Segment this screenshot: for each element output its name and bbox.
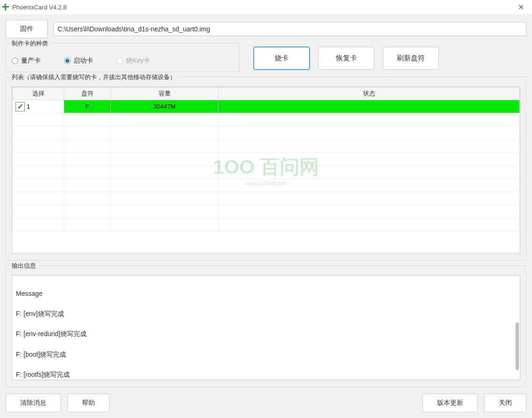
firmware-button[interactable]: 固件 (6, 20, 48, 38)
card-type-group-title: 制作卡的种类 (10, 39, 50, 48)
restore-button[interactable]: 恢复卡 (318, 47, 374, 70)
message-line: F: [boot]烧写完成 (16, 350, 516, 360)
table-row (13, 166, 520, 179)
radio-label: 启动卡 (73, 57, 93, 65)
status-cell (219, 100, 520, 113)
app-icon (2, 3, 9, 11)
table-row (13, 218, 520, 231)
version-update-button[interactable]: 版本更新 (423, 394, 478, 412)
table-row[interactable]: ✓ 1 F 30447M (13, 100, 520, 113)
radio-label: 量产卡 (21, 57, 41, 65)
scrollbar-thumb[interactable] (516, 323, 519, 370)
card-table-container: 选择 盘符 容量 状态 ✓ 1 (12, 87, 520, 254)
close-icon[interactable]: ✕ (511, 3, 530, 12)
col-status[interactable]: 状态 (219, 88, 520, 100)
card-type-group: 制作卡的种类 量产卡 启动卡 烧Key卡 (6, 43, 240, 72)
select-cell[interactable]: ✓ 1 (13, 100, 64, 113)
capacity-cell: 30447M (111, 100, 219, 113)
checkbox-icon[interactable]: ✓ (15, 102, 25, 111)
clear-messages-button[interactable]: 清除消息 (6, 394, 61, 412)
radio-dot-icon (66, 59, 69, 63)
card-type-options: 量产卡 启动卡 烧Key卡 (12, 53, 233, 65)
col-drive[interactable]: 盘符 (64, 88, 111, 100)
radio-boot-card[interactable]: 启动卡 (64, 57, 93, 65)
burn-button[interactable]: 烧卡 (254, 47, 310, 70)
message-line: F: [env]烧写完成 (16, 309, 516, 319)
radio-icon (117, 58, 123, 64)
bottom-row: 清除消息 帮助 版本更新 关闭 (6, 392, 526, 412)
spacer (116, 394, 416, 412)
checkmark-icon: ✓ (17, 102, 23, 111)
radio-icon (64, 58, 71, 64)
table-row (13, 153, 520, 166)
table-row (13, 113, 520, 126)
table-row (13, 139, 520, 153)
message-line: F: [env-redund]烧写完成 (16, 329, 516, 339)
radio-label: 烧Key卡 (126, 57, 150, 65)
table-row (13, 205, 520, 218)
titlebar: PhoenixCard V4.2.8 ✕ (0, 0, 532, 14)
col-select[interactable]: 选择 (13, 88, 64, 100)
drive-cell: F (64, 100, 111, 113)
radio-mass-production[interactable]: 量产卡 (12, 57, 41, 65)
window-title: PhoenixCard V4.2.8 (12, 4, 511, 11)
table-row (13, 126, 520, 139)
row-index: 1 (27, 103, 30, 110)
table-row (13, 192, 520, 205)
message-line: F: [rootfs]烧写完成 (16, 370, 516, 380)
list-group-title: 列表（请确保插入需要烧写的卡，并拔出其他移动存储设备） (10, 73, 178, 81)
radio-burn-key: 烧Key卡 (117, 57, 150, 65)
output-group: 输出信息 Message F: [env]烧写完成 F: [env-redund… (6, 265, 526, 387)
col-capacity[interactable]: 容量 (111, 88, 219, 100)
refresh-drives-button[interactable]: 刷新盘符 (383, 47, 439, 70)
help-button[interactable]: 帮助 (67, 394, 109, 412)
app-window: PhoenixCard V4.2.8 ✕ 固件 C:\Users\li\Down… (0, 0, 532, 418)
content-area: 固件 C:\Users\li\Downloads\tina_d1s-nezha_… (0, 14, 532, 418)
control-row: 制作卡的种类 量产卡 启动卡 烧Key卡 (6, 43, 526, 72)
output-box[interactable]: Message F: [env]烧写完成 F: [env-redund]烧写完成… (12, 275, 520, 380)
radio-icon (12, 58, 18, 64)
output-group-title: 输出信息 (10, 262, 38, 270)
close-button[interactable]: 关闭 (484, 394, 526, 412)
card-table: 选择 盘符 容量 状态 ✓ 1 (12, 87, 520, 231)
firmware-row: 固件 C:\Users\li\Downloads\tina_d1s-nezha_… (6, 20, 526, 38)
list-group: 列表（请确保插入需要烧写的卡，并拔出其他移动存储设备） 选择 盘符 容量 状态 (6, 77, 526, 261)
table-row (13, 179, 520, 192)
message-header: Message (16, 289, 516, 299)
action-buttons: 烧卡 恢复卡 刷新盘符 (254, 43, 439, 70)
firmware-path-input[interactable]: C:\Users\li\Downloads\tina_d1s-nezha_sd_… (53, 22, 526, 36)
